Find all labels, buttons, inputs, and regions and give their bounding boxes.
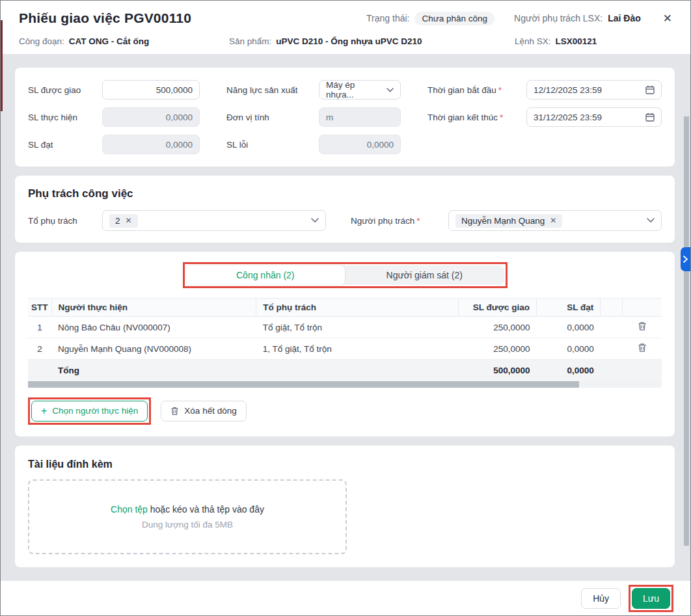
cell-to-phu-trach: Tổ giặt, Tổ trộn — [256, 317, 459, 338]
tg-bat-dau-value: 12/12/2025 23:59 — [534, 85, 602, 95]
add-worker-button[interactable]: + Chọn người thực hiện — [31, 401, 148, 422]
selected-tag: Nguyễn Mạnh Quang ✕ — [455, 214, 562, 228]
cell-sl-duoc-giao: 250,0000 — [458, 338, 536, 360]
modal-footer: Hủy Lưu — [1, 581, 690, 615]
san-pham-value: uPVC D210 - Ống nhựa uPVC D210 — [276, 36, 422, 46]
status-label: Trạng thái: — [366, 13, 409, 23]
drop-hint: hoặc kéo và thả tệp vào đây — [150, 504, 264, 515]
sl-dat-label: SL đạt — [28, 140, 102, 150]
table-horizontal-scrollbar-thumb[interactable] — [28, 381, 579, 388]
cell-empty — [601, 360, 623, 381]
tag-label: 2 — [115, 216, 120, 226]
sl-thuc-hien-input: 0,0000 — [102, 107, 200, 127]
tg-ket-thuc-value: 31/12/2025 23:59 — [534, 113, 602, 122]
col-header-empty — [601, 299, 623, 317]
lsx-manager-label: Người phụ trách LSX: — [514, 13, 603, 23]
col-header-nguoi-thuc-hien: Người thực hiện — [51, 299, 256, 317]
to-phu-trach-label: Tổ phụ trách — [28, 216, 102, 226]
close-icon[interactable]: ✕ — [663, 13, 672, 24]
cell-nguoi-thuc-hien: Nguyễn Mạnh Quang (NV000008) — [51, 338, 256, 360]
tab-cong-nhan[interactable]: Công nhân (2) — [186, 265, 346, 285]
tg-ket-thuc-input[interactable]: 31/12/2025 23:59 — [526, 107, 662, 127]
cell-sl-duoc-giao: 250,0000 — [458, 317, 536, 338]
to-phu-trach-select[interactable]: 2 ✕ — [102, 210, 326, 231]
tab-nguoi-giam-sat[interactable]: Người giám sát (2) — [345, 265, 504, 285]
total-label: Tổng — [51, 360, 256, 381]
expand-panel-handle[interactable] — [681, 247, 690, 271]
cell-stt: 2 — [28, 338, 51, 360]
add-worker-label: Chọn người thực hiện — [52, 406, 138, 416]
cell-empty — [601, 317, 623, 338]
table-total-row: Tổng 500,0000 0,0000 — [28, 360, 662, 381]
modal-header: Phiếu giao việc PGV00110 Trạng thái: Chư… — [1, 1, 690, 54]
col-header-to-phu-trach: Tổ phụ trách — [256, 299, 459, 317]
tag-label: Nguyễn Mạnh Quang — [461, 216, 545, 226]
save-button[interactable]: Lưu — [632, 588, 670, 609]
required-asterisk: * — [498, 85, 502, 95]
file-dropzone[interactable]: Chọn tệp hoặc kéo và thả tệp vào đây Dun… — [28, 479, 347, 554]
tag-close-icon[interactable]: ✕ — [126, 216, 132, 225]
attachments-card: Tài liệu đính kèm Chọn tệp hoặc kéo và t… — [15, 446, 675, 567]
tag-close-icon[interactable]: ✕ — [550, 216, 556, 225]
don-vi-tinh-label: Đơn vị tính — [226, 113, 319, 122]
tg-ket-thuc-label: Thời gian kết thúc* — [427, 113, 526, 122]
annotation-box-save-button: Lưu — [629, 585, 673, 612]
chevron-down-icon — [647, 218, 655, 223]
col-header-sl-duoc-giao: SL được giao — [458, 299, 536, 317]
cell-actions — [623, 338, 662, 360]
col-header-stt: STT — [28, 299, 51, 317]
cong-doan-value: CAT ONG - Cắt ống — [69, 36, 149, 46]
cell-empty — [623, 360, 662, 381]
nguoi-phu-trach-label: Người phụ trách* — [351, 216, 448, 226]
cancel-button[interactable]: Hủy — [581, 588, 621, 609]
total-sl-dat: 0,0000 — [537, 360, 601, 381]
background-edge-artifact — [1, 20, 3, 111]
cong-doan-label: Công đoạn: — [19, 36, 64, 46]
cell-nguoi-thuc-hien: Nông Bảo Châu (NV000007) — [51, 317, 256, 338]
delete-row-icon[interactable] — [638, 321, 647, 331]
trash-icon — [170, 407, 179, 416]
page-title: Phiếu giao việc PGV00110 — [19, 10, 191, 26]
sl-loi-input: 0,0000 — [319, 135, 401, 154]
table-horizontal-scrollbar-track[interactable] — [28, 381, 662, 388]
plus-icon: + — [41, 405, 47, 417]
don-vi-tinh-input: m — [319, 107, 401, 127]
calendar-icon[interactable] — [645, 85, 655, 94]
cell-sl-dat: 0,0000 — [537, 338, 601, 360]
col-header-sl-dat: SL đạt — [537, 299, 601, 317]
choose-file-link[interactable]: Chọn tệp — [111, 504, 148, 515]
annotation-box-tabs: Công nhân (2) Người giám sát (2) — [183, 262, 508, 288]
work-ticket-modal: Phiếu giao việc PGV00110 Trạng thái: Chư… — [0, 0, 691, 616]
chevron-down-icon — [311, 218, 319, 223]
lenh-sx-label: Lệnh SX: — [515, 36, 551, 46]
attachments-heading: Tài liệu đính kèm — [28, 459, 662, 470]
modal-body: SL được giao 500,0000 Năng lực sản xuất … — [1, 54, 690, 581]
vertical-scrollbar[interactable] — [684, 116, 689, 546]
cell-to-phu-trach: 1, Tổ giặt, Tổ trộn — [256, 338, 459, 360]
required-asterisk: * — [416, 216, 420, 226]
delete-row-icon[interactable] — [638, 343, 647, 353]
tg-bat-dau-label: Thời gian bắt đầu* — [427, 85, 526, 95]
tg-bat-dau-input[interactable]: 12/12/2025 23:59 — [526, 80, 662, 100]
sl-duoc-giao-input[interactable]: 500,0000 — [102, 80, 200, 100]
cell-sl-dat: 0,0000 — [537, 317, 601, 338]
sl-duoc-giao-label: SL được giao — [28, 85, 102, 95]
calendar-icon[interactable] — [645, 113, 655, 122]
nguoi-phu-trach-select[interactable]: Nguyễn Mạnh Quang ✕ — [448, 210, 662, 231]
total-sl-duoc-giao: 500,0000 — [458, 360, 536, 381]
nang-luc-select[interactable]: Máy ép nhựa... — [319, 80, 401, 100]
selected-tag: 2 ✕ — [109, 214, 138, 228]
annotation-box-add-button: + Chọn người thực hiện — [28, 397, 151, 425]
clear-rows-button[interactable]: Xóa hết dòng — [161, 401, 246, 422]
cell-empty — [256, 360, 459, 381]
cell-empty — [601, 338, 623, 360]
size-hint: Dung lượng tối đa 5MB — [142, 520, 233, 529]
san-pham-label: Sản phẩm: — [229, 36, 271, 46]
table-row: 2 Nguyễn Mạnh Quang (NV000008) 1, Tổ giặ… — [28, 338, 662, 360]
cell-empty — [28, 360, 51, 381]
cell-stt: 1 — [28, 317, 51, 338]
workers-table: STT Người thực hiện Tổ phụ trách SL được… — [28, 298, 662, 381]
cell-actions — [623, 317, 662, 338]
lsx-manager-value: Lai Đào — [608, 13, 641, 23]
table-row: 1 Nông Bảo Châu (NV000007) Tổ giặt, Tổ t… — [28, 317, 662, 338]
